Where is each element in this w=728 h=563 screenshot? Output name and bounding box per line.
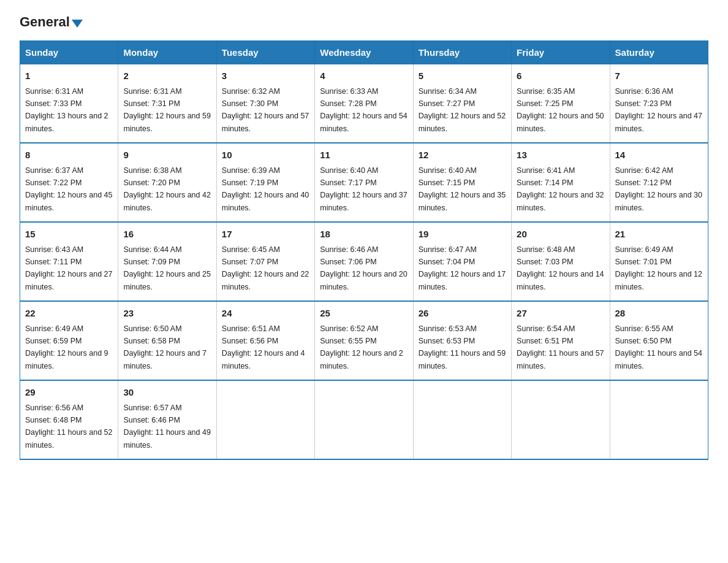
calendar-cell: 25Sunrise: 6:52 AMSunset: 6:55 PMDayligh…	[315, 301, 413, 380]
calendar-cell: 27Sunrise: 6:54 AMSunset: 6:51 PMDayligh…	[512, 301, 610, 380]
day-info: Sunrise: 6:40 AMSunset: 7:15 PMDaylight:…	[419, 166, 506, 212]
calendar-cell	[610, 380, 708, 459]
day-info: Sunrise: 6:56 AMSunset: 6:48 PMDaylight:…	[25, 404, 112, 450]
day-info: Sunrise: 6:45 AMSunset: 7:07 PMDaylight:…	[222, 245, 309, 291]
calendar-header-friday: Friday	[512, 41, 610, 64]
day-info: Sunrise: 6:49 AMSunset: 7:01 PMDaylight:…	[615, 245, 702, 291]
day-info: Sunrise: 6:57 AMSunset: 6:46 PMDaylight:…	[123, 404, 210, 450]
day-info: Sunrise: 6:44 AMSunset: 7:09 PMDaylight:…	[123, 245, 210, 291]
day-info: Sunrise: 6:51 AMSunset: 6:56 PMDaylight:…	[222, 324, 305, 370]
day-info: Sunrise: 6:52 AMSunset: 6:55 PMDaylight:…	[320, 324, 403, 370]
day-info: Sunrise: 6:42 AMSunset: 7:12 PMDaylight:…	[615, 166, 702, 212]
calendar-cell: 2Sunrise: 6:31 AMSunset: 7:31 PMDaylight…	[118, 64, 216, 144]
calendar-cell: 22Sunrise: 6:49 AMSunset: 6:59 PMDayligh…	[20, 301, 118, 380]
day-info: Sunrise: 6:49 AMSunset: 6:59 PMDaylight:…	[25, 324, 108, 370]
day-number: 15	[25, 228, 113, 242]
calendar-cell: 23Sunrise: 6:50 AMSunset: 6:58 PMDayligh…	[118, 301, 216, 380]
calendar-cell	[216, 380, 314, 459]
calendar-cell: 12Sunrise: 6:40 AMSunset: 7:15 PMDayligh…	[413, 143, 511, 222]
calendar-cell: 20Sunrise: 6:48 AMSunset: 7:03 PMDayligh…	[512, 222, 610, 301]
day-info: Sunrise: 6:50 AMSunset: 6:58 PMDaylight:…	[123, 324, 207, 370]
calendar-cell	[413, 380, 511, 459]
day-number: 3	[222, 69, 309, 83]
day-info: Sunrise: 6:37 AMSunset: 7:22 PMDaylight:…	[25, 166, 112, 212]
day-info: Sunrise: 6:35 AMSunset: 7:25 PMDaylight:…	[517, 87, 604, 133]
calendar-cell: 14Sunrise: 6:42 AMSunset: 7:12 PMDayligh…	[610, 143, 708, 222]
calendar-header-wednesday: Wednesday	[315, 41, 413, 64]
calendar-header-thursday: Thursday	[413, 41, 511, 64]
calendar-cell: 7Sunrise: 6:36 AMSunset: 7:23 PMDaylight…	[610, 64, 708, 144]
calendar-header-sunday: Sunday	[20, 41, 118, 64]
calendar-header-row: SundayMondayTuesdayWednesdayThursdayFrid…	[20, 41, 708, 64]
calendar-week-row: 15Sunrise: 6:43 AMSunset: 7:11 PMDayligh…	[20, 222, 708, 301]
day-info: Sunrise: 6:41 AMSunset: 7:14 PMDaylight:…	[517, 166, 604, 212]
calendar-week-row: 1Sunrise: 6:31 AMSunset: 7:33 PMDaylight…	[20, 64, 708, 144]
calendar-cell: 19Sunrise: 6:47 AMSunset: 7:04 PMDayligh…	[413, 222, 511, 301]
day-number: 27	[517, 307, 604, 321]
day-number: 11	[320, 148, 408, 163]
calendar-week-row: 22Sunrise: 6:49 AMSunset: 6:59 PMDayligh…	[20, 301, 708, 380]
day-info: Sunrise: 6:34 AMSunset: 7:27 PMDaylight:…	[419, 87, 506, 133]
day-info: Sunrise: 6:53 AMSunset: 6:53 PMDaylight:…	[419, 324, 506, 370]
calendar-table: SundayMondayTuesdayWednesdayThursdayFrid…	[20, 40, 708, 460]
day-info: Sunrise: 6:54 AMSunset: 6:51 PMDaylight:…	[517, 324, 604, 370]
calendar-cell: 5Sunrise: 6:34 AMSunset: 7:27 PMDaylight…	[413, 64, 511, 144]
day-info: Sunrise: 6:39 AMSunset: 7:19 PMDaylight:…	[222, 166, 309, 212]
calendar-cell: 10Sunrise: 6:39 AMSunset: 7:19 PMDayligh…	[216, 143, 314, 222]
calendar-cell: 24Sunrise: 6:51 AMSunset: 6:56 PMDayligh…	[216, 301, 314, 380]
calendar-week-row: 8Sunrise: 6:37 AMSunset: 7:22 PMDaylight…	[20, 143, 708, 222]
day-info: Sunrise: 6:55 AMSunset: 6:50 PMDaylight:…	[615, 324, 702, 370]
day-number: 23	[123, 307, 211, 321]
calendar-cell: 1Sunrise: 6:31 AMSunset: 7:33 PMDaylight…	[20, 64, 118, 144]
day-number: 24	[222, 307, 309, 321]
calendar-header-monday: Monday	[118, 41, 216, 64]
day-number: 6	[517, 69, 604, 83]
day-number: 19	[419, 228, 506, 242]
day-number: 17	[222, 228, 309, 242]
day-info: Sunrise: 6:36 AMSunset: 7:23 PMDaylight:…	[615, 87, 702, 133]
day-number: 7	[615, 69, 703, 83]
day-info: Sunrise: 6:47 AMSunset: 7:04 PMDaylight:…	[419, 245, 506, 291]
day-info: Sunrise: 6:43 AMSunset: 7:11 PMDaylight:…	[25, 245, 112, 291]
day-info: Sunrise: 6:46 AMSunset: 7:06 PMDaylight:…	[320, 245, 407, 291]
day-number: 5	[419, 69, 506, 83]
day-info: Sunrise: 6:48 AMSunset: 7:03 PMDaylight:…	[517, 245, 604, 291]
day-number: 2	[123, 69, 211, 83]
day-number: 22	[25, 307, 113, 321]
calendar-header-tuesday: Tuesday	[216, 41, 314, 64]
calendar-cell: 6Sunrise: 6:35 AMSunset: 7:25 PMDaylight…	[512, 64, 610, 144]
logo: General	[20, 15, 83, 29]
calendar-cell	[512, 380, 610, 459]
day-number: 12	[419, 148, 506, 163]
day-number: 14	[615, 148, 703, 163]
day-number: 29	[25, 386, 113, 400]
day-info: Sunrise: 6:31 AMSunset: 7:31 PMDaylight:…	[123, 87, 210, 133]
day-number: 16	[123, 228, 211, 242]
calendar-cell: 4Sunrise: 6:33 AMSunset: 7:28 PMDaylight…	[315, 64, 413, 144]
calendar-cell: 8Sunrise: 6:37 AMSunset: 7:22 PMDaylight…	[20, 143, 118, 222]
calendar-cell: 21Sunrise: 6:49 AMSunset: 7:01 PMDayligh…	[610, 222, 708, 301]
day-number: 4	[320, 69, 408, 83]
calendar-cell: 26Sunrise: 6:53 AMSunset: 6:53 PMDayligh…	[413, 301, 511, 380]
calendar-cell: 11Sunrise: 6:40 AMSunset: 7:17 PMDayligh…	[315, 143, 413, 222]
day-number: 9	[123, 148, 211, 163]
day-info: Sunrise: 6:33 AMSunset: 7:28 PMDaylight:…	[320, 87, 407, 133]
day-number: 8	[25, 148, 113, 163]
calendar-cell: 28Sunrise: 6:55 AMSunset: 6:50 PMDayligh…	[610, 301, 708, 380]
day-number: 20	[517, 228, 604, 242]
day-info: Sunrise: 6:40 AMSunset: 7:17 PMDaylight:…	[320, 166, 407, 212]
day-number: 26	[419, 307, 506, 321]
logo-triangle-icon	[72, 20, 83, 28]
calendar-cell: 18Sunrise: 6:46 AMSunset: 7:06 PMDayligh…	[315, 222, 413, 301]
day-number: 28	[615, 307, 703, 321]
day-number: 1	[25, 69, 113, 83]
calendar-cell: 30Sunrise: 6:57 AMSunset: 6:46 PMDayligh…	[118, 380, 216, 459]
calendar-cell: 15Sunrise: 6:43 AMSunset: 7:11 PMDayligh…	[20, 222, 118, 301]
calendar-cell: 17Sunrise: 6:45 AMSunset: 7:07 PMDayligh…	[216, 222, 314, 301]
logo-general: General	[20, 15, 70, 29]
day-number: 18	[320, 228, 408, 242]
calendar-cell: 16Sunrise: 6:44 AMSunset: 7:09 PMDayligh…	[118, 222, 216, 301]
day-number: 21	[615, 228, 703, 242]
calendar-cell: 29Sunrise: 6:56 AMSunset: 6:48 PMDayligh…	[20, 380, 118, 459]
day-number: 30	[123, 386, 211, 400]
